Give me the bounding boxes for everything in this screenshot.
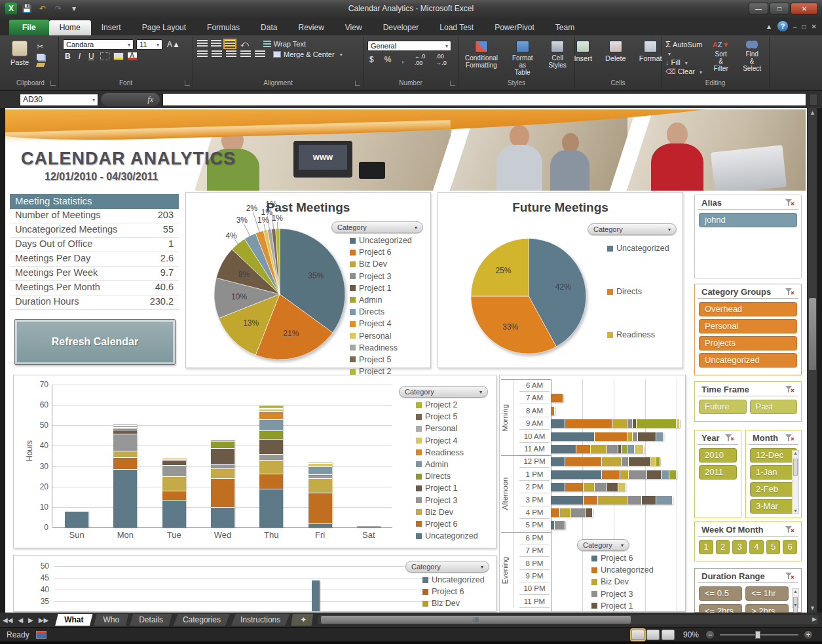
slicer-item--2hrs[interactable]: <= 2hrs	[699, 604, 742, 613]
zoom-out-icon[interactable]: −	[705, 630, 715, 639]
page-layout-view-button[interactable]	[646, 630, 660, 640]
first-sheet-icon[interactable]: ◀◀	[0, 616, 15, 624]
slicer-item--0-5[interactable]: <= 0.5	[699, 586, 742, 601]
cut-icon[interactable]: ✂	[37, 42, 45, 51]
align-left-icon[interactable]	[197, 50, 208, 58]
next-sheet-icon[interactable]: ▶	[26, 616, 36, 624]
scroll-down-icon[interactable]: ▼	[808, 603, 817, 613]
zoom-in-icon[interactable]: +	[804, 630, 813, 639]
comma-style-icon[interactable]: ,	[400, 55, 405, 64]
ribbon-tab-developer[interactable]: Developer	[373, 20, 430, 35]
decrease-indent-icon[interactable]	[240, 50, 251, 58]
format-as-table-button[interactable]: Format as Table	[507, 39, 538, 77]
decrease-decimal-icon[interactable]: .00→.0	[434, 53, 449, 66]
sheet-tab-details[interactable]: Details	[130, 614, 172, 626]
horizontal-scroll-thumb[interactable]	[321, 616, 631, 624]
cell-styles-button[interactable]: Cell Styles	[544, 39, 570, 77]
format-painter-icon[interactable]	[36, 63, 45, 67]
clear-filter-icon[interactable]	[785, 434, 794, 442]
fill-color-icon[interactable]	[113, 52, 124, 60]
maximize-button[interactable]: □	[770, 3, 789, 14]
ribbon-tab-view[interactable]: View	[335, 20, 373, 35]
slicer-item-future[interactable]: Future	[699, 400, 747, 414]
increase-indent-icon[interactable]	[255, 50, 265, 58]
clear-filter-icon[interactable]	[785, 288, 794, 296]
fill-button[interactable]: ↓ Fill ▾	[665, 58, 703, 66]
zoom-slider[interactable]	[720, 634, 798, 635]
accounting-format-icon[interactable]: $	[367, 55, 376, 64]
clear-filter-icon[interactable]	[725, 434, 734, 442]
sheet-tab-categories[interactable]: Categories	[174, 614, 230, 626]
copy-icon[interactable]	[37, 54, 45, 60]
insert-sheet-tab[interactable]: ✦	[291, 614, 313, 626]
vertical-scroll-thumb[interactable]	[809, 298, 816, 370]
scroll-up-icon[interactable]: ▲	[808, 108, 817, 117]
clear-filter-icon[interactable]	[785, 526, 794, 534]
align-top-icon[interactable]	[197, 40, 208, 48]
clipboard-dialog-launcher-icon[interactable]	[50, 81, 56, 86]
align-center-icon[interactable]	[212, 50, 222, 58]
clear-filter-icon[interactable]	[785, 199, 794, 207]
slicer-item-overhead[interactable]: Overhead	[699, 302, 797, 316]
slicer-item-2-feb[interactable]: 2-Feb	[750, 482, 797, 497]
slicer-item-3[interactable]: 3	[732, 540, 747, 554]
doc-close-icon[interactable]: ✕	[812, 23, 817, 30]
slicer-item-1-jan[interactable]: 1-Jan	[750, 465, 797, 480]
slicer-item-5[interactable]: 5	[766, 540, 781, 554]
future-category-dropdown[interactable]: Category▾	[588, 223, 677, 235]
merge-center-button[interactable]: Merge & Center▾	[273, 50, 343, 58]
italic-button[interactable]: I	[77, 52, 83, 61]
clear-filter-icon[interactable]	[785, 386, 794, 394]
slicer-item--2hrs[interactable]: > 2hrs	[745, 604, 789, 613]
autosum-button[interactable]: Σ AutoSum ▾	[665, 39, 703, 57]
ribbon-tab-review[interactable]: Review	[288, 20, 334, 35]
slicer-item-3-mar[interactable]: 3-Mar	[750, 499, 797, 514]
delete-cells-button[interactable]: Delete	[601, 39, 630, 64]
ribbon-tab-file[interactable]: File	[9, 20, 49, 35]
paste-button[interactable]: Paste	[7, 39, 33, 67]
orientation-icon[interactable]: ⤺	[238, 39, 251, 48]
find-select-button[interactable]: Find & Select	[739, 39, 765, 76]
ribbon-tab-insert[interactable]: Insert	[91, 20, 132, 35]
align-right-icon[interactable]	[226, 50, 236, 58]
font-color-icon[interactable]: A	[128, 52, 137, 60]
slicer-scrollbar[interactable]: ▲▼	[792, 588, 799, 608]
border-icon[interactable]	[100, 52, 109, 60]
conditional-formatting-button[interactable]: Conditional Formatting	[462, 39, 500, 77]
slicer-item-2010[interactable]: 2010	[699, 448, 737, 463]
slicer-scrollbar[interactable]: ▲▼	[792, 450, 799, 514]
formula-bar-expand-icon[interactable]	[809, 94, 818, 105]
slicer-item-4[interactable]: 4	[749, 540, 764, 554]
alignment-dialog-launcher-icon[interactable]	[355, 81, 360, 86]
prev-sheet-icon[interactable]: ◀	[15, 616, 26, 624]
number-dialog-launcher-icon[interactable]	[450, 81, 455, 86]
doc-minimize-icon[interactable]: –	[793, 23, 797, 30]
sheet-tab-who[interactable]: Who	[94, 614, 129, 626]
font-size-combo[interactable]: 11▾	[136, 39, 162, 50]
ribbon-collapse-icon[interactable]: ▲	[766, 23, 772, 30]
align-middle-icon[interactable]	[211, 40, 221, 48]
clear-filter-icon[interactable]	[785, 573, 794, 580]
number-format-combo[interactable]: General▾	[367, 41, 451, 51]
last-sheet-icon[interactable]: ▶▶	[36, 616, 51, 624]
ribbon-tab-load-test[interactable]: Load Test	[429, 20, 484, 35]
slicer-item-past[interactable]: Past	[750, 400, 798, 414]
grow-font-icon[interactable]: A▲	[165, 40, 182, 49]
increase-decimal-icon[interactable]: ←.0.00	[413, 53, 428, 66]
macro-record-icon[interactable]	[36, 631, 47, 639]
wrap-text-button[interactable]: Wrap Text	[263, 40, 306, 48]
name-box[interactable]: AD30▾	[20, 94, 98, 106]
font-dialog-launcher-icon[interactable]	[185, 81, 190, 86]
ribbon-tab-powerpivot[interactable]: PowerPivot	[484, 20, 545, 35]
hourly-category-dropdown[interactable]: Category▾	[577, 539, 629, 551]
slicer-item-2[interactable]: 2	[716, 540, 730, 554]
ribbon-tab-formulas[interactable]: Formulas	[196, 20, 250, 35]
ribbon-tab-data[interactable]: Data	[250, 20, 288, 35]
sort-filter-button[interactable]: AZ▼ Sort & Filter	[708, 39, 734, 76]
insert-function-button[interactable]: fx	[101, 93, 160, 106]
underline-button[interactable]: U	[86, 52, 96, 61]
ribbon-tab-home[interactable]: Home	[49, 20, 91, 35]
percent-style-icon[interactable]: %	[383, 55, 394, 64]
font-name-combo[interactable]: Candara▾	[63, 39, 134, 50]
slicer-item-projects[interactable]: Projects	[699, 336, 797, 350]
